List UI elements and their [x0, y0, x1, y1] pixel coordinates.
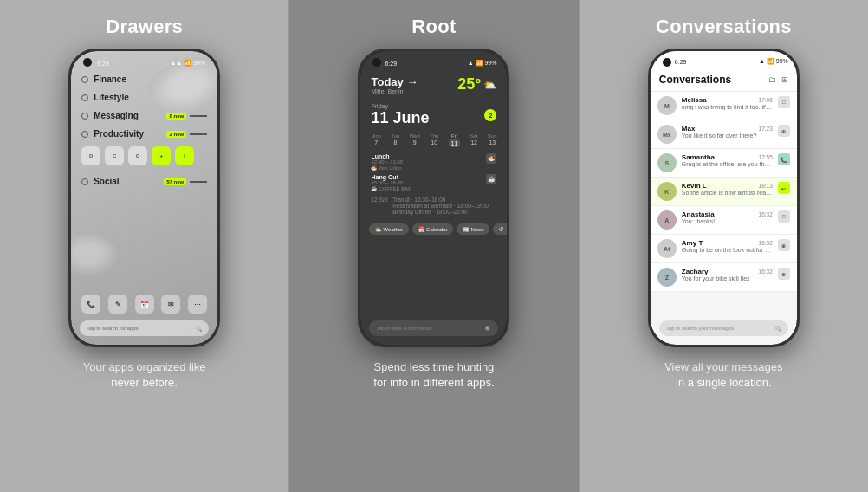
conv-indicator: □ — [778, 210, 790, 223]
root-day: Friday — [371, 103, 429, 109]
conversation-item-kevin[interactable]: K Kevin L 18:13 So the article is now al… — [651, 178, 797, 206]
avatar-samantha: S — [657, 153, 677, 172]
conv-time: 17:23 — [759, 126, 773, 132]
status-icons: ▲▲ 📶 99% — [170, 60, 205, 67]
dock-icon-draw[interactable]: ✎ — [108, 295, 127, 314]
dock-icon-more[interactable]: ⋯ — [188, 295, 207, 314]
event-location: ☕ COFFEE BAR — [371, 185, 411, 191]
drawer-item-productivity[interactable]: Productivity 2 new — [71, 125, 217, 143]
conversation-item-amyt[interactable]: At Amy T 16:32 Going to be on the look o… — [651, 235, 797, 263]
app-icon-docs[interactable]: D — [81, 146, 100, 165]
name-row: Max 17:23 — [682, 125, 773, 133]
root-section: Root 6:29 ▲ 📶 99% Today → Mitte, Berlin — [289, 0, 578, 492]
app-icons-row: D C G + I — [71, 143, 217, 169]
drawer-line — [190, 133, 207, 135]
root-time: 6:29 — [385, 61, 397, 67]
drawer-expand-icon — [81, 178, 88, 185]
blob-decoration-2 — [71, 232, 119, 275]
root-phone: 6:29 ▲ 📶 99% Today → Mitte, Berlin 25° — [358, 49, 509, 347]
grid-icon[interactable]: ⊞ — [781, 75, 788, 84]
conv-name: Amy T — [682, 239, 703, 247]
conv-message: You for your bike skill flex — [682, 275, 773, 282]
conversations-caption: View all your messagesin a single locati… — [664, 359, 782, 391]
event-hangout: Hang Out 15:00 – 16:30 ☕ COFFEE BAR ☕ — [371, 174, 496, 191]
conv-header-row: Conversations 🗂 ⊞ — [659, 74, 788, 86]
search-placeholder-text: Tap to search your messages — [666, 326, 775, 331]
conversation-item-max[interactable]: Mx Max 17:23 You like it so far over the… — [651, 120, 797, 149]
chip-news[interactable]: 📰 News — [457, 223, 489, 235]
drawer-badge: 2 new — [166, 131, 186, 138]
conv-indicator: ↩ — [778, 182, 790, 194]
event-name: Lunch — [371, 153, 403, 159]
dock-icon-phone[interactable]: 📞 — [81, 295, 100, 314]
drawer-expand-icon — [81, 131, 88, 138]
next-day-events: 12 Sat Transit · 16:30–18:00 Reservation… — [371, 195, 496, 217]
conv-message: Greg is at the office, are you there yet… — [682, 161, 773, 167]
conv-name: Melissa — [682, 96, 707, 104]
name-row: Kevin L 18:13 — [682, 182, 773, 190]
conv-time: 18:13 — [759, 183, 773, 189]
cal-day-mon: Mon 7 — [371, 133, 381, 147]
root-temperature: 25° — [457, 75, 481, 94]
root-date-section: Friday 11 June 2 — [360, 100, 507, 131]
conv-name: Max — [682, 125, 696, 133]
drawer-badge: 57 new — [164, 178, 186, 185]
conv-name: Anastasia — [682, 210, 715, 218]
conv-indicator: ⊕ — [778, 239, 790, 251]
chip-calendar[interactable]: 📅 Calendar — [412, 223, 453, 235]
calendar-chip-icon: 📅 — [418, 226, 424, 232]
command-placeholder: Tap to type a command — [376, 326, 485, 331]
chip-weather[interactable]: ⛅ Weather — [369, 223, 409, 235]
archive-icon[interactable]: 🗂 — [768, 75, 776, 84]
conv-indicator: ⊕ — [778, 125, 790, 137]
conv-content: Max 17:23 You like it so far over there? — [682, 125, 773, 139]
conversation-item-anastasia[interactable]: A Anastasia 16:32 You: thanks! □ — [651, 206, 797, 235]
drawers-screen: 6:29 ▲▲ 📶 99% Finance Lifestyle Messagin… — [71, 51, 217, 345]
conv-time: 17:55 — [759, 154, 773, 160]
conversation-item-zachary[interactable]: Z Zachary 16:32 You for your bike skill … — [651, 263, 797, 292]
conversations-list: M Melissa 17:06 omg i was trying to find… — [651, 92, 797, 292]
avatar-melissa: M — [657, 96, 677, 115]
app-icon-newtab[interactable]: + — [152, 146, 171, 165]
root-location: Mitte, Berlin — [371, 88, 418, 94]
app-icon-gmail[interactable]: G — [128, 146, 147, 165]
cal-day-fri[interactable]: Fri 11 — [449, 133, 461, 147]
drawers-caption: Your apps organized likenever before. — [83, 359, 206, 391]
app-icon-calendar[interactable]: C — [105, 146, 124, 165]
conv-time: 17:06 — [759, 97, 773, 103]
conversation-item-melissa[interactable]: M Melissa 17:06 omg i was trying to find… — [651, 92, 797, 120]
conv-content: Zachary 16:32 You for your bike skill fl… — [682, 268, 773, 282]
cal-day-thu: Thu 10 — [430, 133, 438, 147]
conv-status-bar: 6:29 ▲ 📶 99% — [651, 51, 797, 67]
root-screen-content: 6:29 ▲ 📶 99% Today → Mitte, Berlin 25° — [360, 51, 507, 345]
drawers-section: Drawers 6:29 ▲▲ 📶 99% Finance Lifestyle — [0, 0, 288, 492]
event-icon: ☕ — [486, 174, 496, 184]
drawer-line — [190, 181, 207, 183]
conv-search[interactable]: Tap to search your messages 🔍 — [659, 320, 788, 336]
conv-content: Amy T 16:32 Going to be on the look out … — [682, 239, 773, 253]
drawers-search[interactable]: Tap to search for apps 🔍 — [80, 320, 209, 336]
drawer-label: Messaging — [94, 111, 166, 120]
conv-message: omg i was trying to find it too. it's cr… — [682, 104, 773, 110]
avatar-zachary: Z — [657, 268, 677, 287]
root-title: Root — [411, 16, 456, 38]
root-today-label: Today → — [371, 75, 418, 88]
app-icon-insights[interactable]: I — [175, 146, 194, 165]
conv-name: Samantha — [682, 153, 715, 161]
cal-day-wed: Wed 9 — [410, 133, 420, 147]
weather-chip-icon: ⛅ — [375, 226, 381, 232]
name-row: Samantha 17:55 — [682, 153, 773, 161]
conv-header-icons: 🗂 ⊞ — [768, 75, 788, 84]
dock-icon-mail[interactable]: ✉ — [161, 295, 180, 314]
conversations-section: Conversations 6:29 ▲ 📶 99% Conversations… — [580, 0, 868, 492]
name-row: Melissa 17:06 — [682, 96, 773, 104]
event-name: Hang Out — [371, 174, 411, 180]
conversation-item-samantha[interactable]: S Samantha 17:55 Greg is at the office, … — [651, 149, 797, 178]
root-command-input[interactable]: Tap to type a command 🔍 — [369, 320, 498, 336]
drawer-item-social[interactable]: Social 57 new — [71, 172, 217, 191]
name-row: Amy T 16:32 — [682, 239, 773, 247]
drawer-label: Productivity — [94, 129, 166, 139]
dock-icon-calendar[interactable]: 📅 — [135, 295, 154, 314]
chip-tim[interactable]: ⏱ Tim — [493, 223, 507, 235]
search-icon: 🔍 — [775, 326, 781, 332]
